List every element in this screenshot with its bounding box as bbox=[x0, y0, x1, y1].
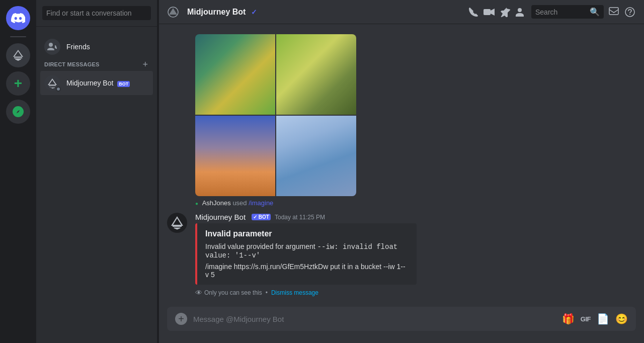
channel-header: Midjourney Bot ✓ bbox=[159, 0, 644, 24]
message-input-area: + 🎁 GIF 📄 😊 bbox=[159, 307, 644, 343]
command-user: AshJones bbox=[202, 199, 231, 207]
image-grid bbox=[195, 34, 356, 196]
input-right-icons: 🎁 GIF 📄 😊 bbox=[562, 313, 628, 325]
inbox-button[interactable] bbox=[608, 6, 620, 18]
verified-icon: ✓ bbox=[251, 8, 257, 16]
message-header: Midjourney Bot ✓ BOT Today at 11:25 PM bbox=[195, 213, 636, 221]
discord-home-button[interactable] bbox=[6, 6, 30, 30]
dismiss-message-link[interactable]: Dismiss message bbox=[271, 289, 318, 296]
command-link[interactable]: /imagine bbox=[249, 199, 273, 207]
svg-rect-4 bbox=[609, 8, 618, 15]
dm-item-name: Midjourney Bot BOT bbox=[66, 79, 130, 87]
image-message bbox=[159, 32, 644, 198]
dm-section-header: DIRECT MESSAGES + bbox=[40, 60, 153, 69]
add-member-button[interactable] bbox=[515, 6, 527, 18]
eye-icon: 👁 bbox=[195, 289, 202, 297]
error-box: Invalid parameter Invalid value provided… bbox=[195, 223, 417, 285]
friends-label: Friends bbox=[66, 43, 90, 51]
pinned-messages-button[interactable] bbox=[499, 6, 511, 18]
error-command: /imagine https://s.mj.run/GfEm5HztkDw pu… bbox=[205, 263, 409, 279]
sticker-button[interactable]: 📄 bbox=[597, 313, 609, 325]
message-content-area: Midjourney Bot ✓ BOT Today at 11:25 PM I… bbox=[195, 213, 636, 297]
svg-rect-2 bbox=[484, 9, 491, 15]
dm-channel-icon bbox=[167, 6, 179, 18]
gift-button[interactable]: 🎁 bbox=[562, 313, 575, 325]
midjourney-bot-dm-item[interactable]: Midjourney Bot BOT bbox=[40, 71, 153, 95]
phone-button[interactable] bbox=[467, 6, 479, 18]
image-cell-3[interactable] bbox=[195, 116, 275, 196]
error-description: Invalid value provided for argument --iw… bbox=[205, 242, 409, 260]
status-dot bbox=[56, 87, 61, 92]
channel-name: Midjourney Bot ✓ bbox=[187, 8, 459, 17]
boat-server-icon[interactable] bbox=[6, 43, 30, 67]
add-server-button[interactable]: + bbox=[6, 71, 30, 96]
image-cell-1[interactable] bbox=[195, 34, 275, 115]
video-button[interactable] bbox=[483, 6, 495, 18]
search-input[interactable] bbox=[535, 8, 587, 16]
svg-point-3 bbox=[518, 8, 522, 12]
input-add-button[interactable]: + bbox=[175, 313, 187, 325]
message-input[interactable] bbox=[193, 309, 556, 329]
add-dm-button[interactable]: + bbox=[141, 60, 149, 69]
used-command-notice: ● AshJones used /imagine bbox=[159, 198, 644, 209]
friends-icon bbox=[44, 39, 60, 55]
help-button[interactable] bbox=[624, 6, 636, 18]
midjourney-bot-avatar bbox=[44, 75, 60, 91]
friends-item[interactable]: Friends bbox=[40, 35, 153, 59]
header-actions: 🔍 bbox=[467, 5, 636, 19]
server-divider bbox=[10, 36, 26, 37]
dm-sidebar: Find or start a conversation Friends DIR… bbox=[36, 0, 157, 343]
message-input-box: + 🎁 GIF 📄 😊 bbox=[167, 307, 636, 331]
emoji-button[interactable]: 😊 bbox=[615, 313, 628, 325]
dm-section: Friends DIRECT MESSAGES + Midjourney Bot… bbox=[36, 27, 157, 98]
server-sidebar: + bbox=[0, 0, 36, 343]
image-cell-4[interactable] bbox=[276, 116, 356, 196]
dm-section-title: DIRECT MESSAGES bbox=[44, 61, 100, 67]
error-message-container: Midjourney Bot ✓ BOT Today at 11:25 PM I… bbox=[159, 209, 644, 301]
svg-point-6 bbox=[629, 14, 630, 15]
messages-area[interactable]: ● AshJones used /imagine Midjourney Bot … bbox=[159, 24, 644, 307]
message-author: Midjourney Bot bbox=[195, 213, 246, 221]
only-you-notice: 👁 Only you can see this • Dismiss messag… bbox=[195, 289, 636, 297]
search-bar[interactable]: 🔍 bbox=[531, 5, 604, 19]
bot-tag: BOT bbox=[117, 81, 130, 87]
find-conversation-input[interactable]: Find or start a conversation bbox=[42, 6, 151, 20]
error-title: Invalid parameter bbox=[205, 229, 409, 238]
command-action: used bbox=[232, 199, 249, 207]
main-content: Midjourney Bot ✓ bbox=[159, 0, 644, 343]
message-row: Midjourney Bot ✓ BOT Today at 11:25 PM I… bbox=[167, 213, 636, 297]
message-bot-tag: ✓ BOT bbox=[252, 214, 271, 220]
message-timestamp: Today at 11:25 PM bbox=[275, 214, 325, 221]
explore-button[interactable] bbox=[6, 100, 30, 124]
midjourney-bot-message-avatar bbox=[167, 213, 187, 233]
dm-search-container: Find or start a conversation bbox=[36, 0, 157, 27]
search-icon: 🔍 bbox=[590, 7, 600, 17]
gif-button[interactable]: GIF bbox=[581, 315, 591, 323]
image-cell-2[interactable] bbox=[276, 34, 356, 115]
